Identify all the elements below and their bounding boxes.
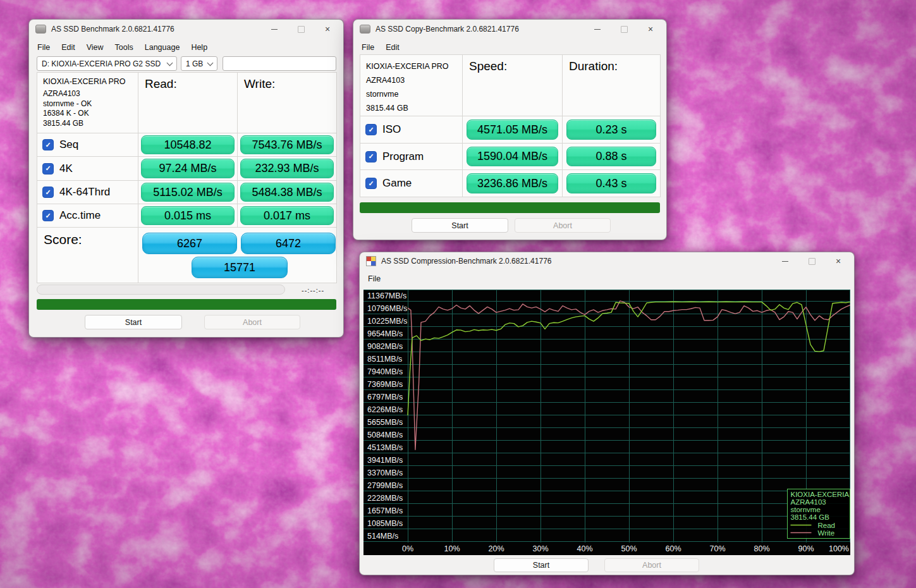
seq-read-value: 10548.82 [141,135,235,154]
menu-item-help[interactable]: Help [185,41,213,54]
drive-info-panel: KIOXIA-EXCERIA PRO AZRA4103 stornvme 381… [360,54,462,116]
drive-select-value: D: KIOXIA-EXCERIA PRO G2 SSD [42,59,161,68]
y-tick-label: 10225MB/s [367,317,407,326]
legend-device-line: KIOXIA-EXCERIA PRO [791,491,851,498]
seq-write-cell: 7543.76 MB/s [237,133,336,156]
score-total: 15771 [192,257,288,278]
seq-checkbox[interactable] [42,139,54,150]
acctime-write-value: 0.017 ms [240,206,334,225]
y-tick-label: 5655MB/s [367,418,403,427]
minimize-icon [271,29,278,30]
drive-info-panel: KIOXIA-EXCERIA PRO AZRA4103 stornvme - O… [37,72,138,133]
close-button[interactable]: × [825,253,852,270]
y-tick-label: 1657MB/s [367,506,403,515]
start-button[interactable]: Start [494,558,589,572]
legend-device-line: 3815.44 GB [791,513,830,521]
close-button[interactable]: × [314,21,341,38]
minimize-button[interactable] [772,253,798,270]
score-read: 6267 [142,233,237,254]
drive-alignment-status: 16384 K - OK [43,109,132,119]
maximize-button[interactable] [611,21,637,38]
iso-checkbox[interactable] [365,124,377,135]
4k64thrd-checkbox[interactable] [42,187,54,198]
game-duration-value: 0.43 s [566,173,656,193]
x-tick-label: 50% [621,544,637,553]
start-button[interactable]: Start [85,315,182,329]
minimize-button[interactable] [584,21,611,38]
window-title: AS SSD Copy-Benchmark 2.0.6821.41776 [376,25,519,34]
titlebar[interactable]: AS SSD Compression-Benchmark 2.0.6821.41… [360,252,854,270]
abort-button[interactable]: Abort [515,218,611,233]
acctime-label: Acc.time [59,209,101,222]
acctime-read-value: 0.015 ms [141,206,235,225]
minimize-icon [782,261,788,262]
copy-benchmark-table: KIOXIA-EXCERIA PRO AZRA4103 stornvme 381… [360,54,661,197]
y-tick-label: 514MB/s [367,532,398,541]
x-tick-label: 40% [577,544,592,553]
test-size-value: 1 GB [186,59,203,68]
seq-write-value: 7543.76 MB/s [240,135,334,154]
y-tick-label: 2799MB/s [367,481,403,490]
titlebar[interactable]: AS SSD Copy-Benchmark 2.0.6821.41776 × [353,20,666,39]
read-column-header: Read: [138,72,237,133]
maximize-button[interactable] [288,21,314,38]
row-game: Game [360,169,462,197]
menu-item-file[interactable]: File [362,273,386,285]
chevron-down-icon [167,59,173,66]
drive-firmware: AZRA4103 [366,73,456,87]
minimize-button[interactable] [261,21,288,38]
eta-label: --:--:-- [302,286,324,294]
y-tick-label: 5084MB/s [367,431,403,439]
window-title: AS SSD Benchmark 2.0.6821.41776 [51,25,174,34]
program-checkbox[interactable] [365,151,377,162]
y-tick-label: 10796MB/s [367,304,407,313]
abort-button[interactable]: Abort [604,558,699,572]
menu-item-edit[interactable]: Edit [56,41,81,54]
menu-item-file[interactable]: File [356,41,380,54]
menu-item-tools[interactable]: Tools [109,41,139,54]
4k-label: 4K [59,162,73,175]
y-tick-label: 9082MB/s [367,342,403,351]
y-tick-label: 1085MB/s [367,519,403,528]
x-tick-label: 100% [829,544,849,553]
4k64thrd-write-value: 5484.38 MB/s [240,183,334,202]
legend-write-label: Write [818,529,835,537]
4k64thrd-write-cell: 5484.38 MB/s [237,180,336,204]
4k64thrd-label: 4K-64Thrd [59,186,110,199]
comment-input[interactable] [223,56,336,71]
acctime-read-cell: 0.015 ms [138,204,237,227]
program-duration-cell: 0.88 s [562,143,660,169]
iso-speed-cell: 4571.05 MB/s [462,116,562,143]
test-size-select[interactable]: 1 GB [181,56,217,71]
x-tick-label: 90% [798,544,814,553]
y-tick-label: 8511MB/s [367,355,402,364]
4k64thrd-read-cell: 5115.02 MB/s [138,180,237,204]
menu-item-view[interactable]: View [81,41,109,54]
4k-checkbox[interactable] [42,163,54,175]
legend-device-line: stornvme [791,506,821,513]
menu-item-language[interactable]: Language [139,41,186,54]
y-tick-label: 2228MB/s [367,494,403,503]
chevron-down-icon [207,59,214,66]
y-tick-label: 3941MB/s [367,456,403,465]
close-button[interactable]: × [637,21,664,38]
acctime-checkbox[interactable] [42,210,54,221]
compression-chart: 11367MB/s10796MB/s10225MB/s9654MB/s9082M… [363,290,850,555]
menu-item-edit[interactable]: Edit [380,41,405,54]
y-tick-label: 9654MB/s [367,329,403,338]
maximize-button[interactable] [798,253,825,270]
game-checkbox[interactable] [365,178,377,189]
abort-button[interactable]: Abort [204,315,300,329]
menu-item-file[interactable]: File [32,41,56,54]
start-button[interactable]: Start [412,218,508,233]
menu-bar: File [360,270,854,288]
menu-bar: File Edit [353,39,666,56]
window-benchmark: AS SSD Benchmark 2.0.6821.41776 × File E… [28,19,344,338]
titlebar[interactable]: AS SSD Benchmark 2.0.6821.41776 × [29,20,343,39]
4k-read-cell: 97.24 MB/s [138,156,237,180]
x-tick-label: 60% [665,544,681,553]
minimize-icon [594,29,601,30]
score-cell: 6267 6472 15771 [138,227,336,283]
x-tick-label: 30% [532,544,548,553]
drive-select[interactable]: D: KIOXIA-EXCERIA PRO G2 SSD [37,56,177,71]
